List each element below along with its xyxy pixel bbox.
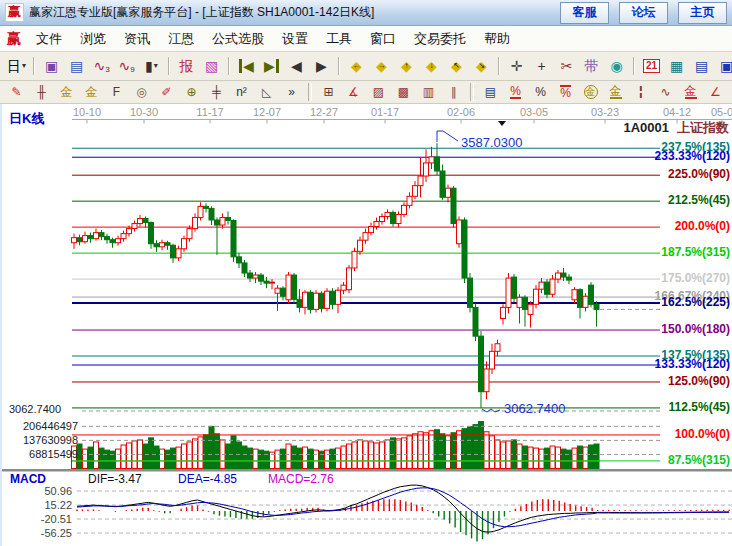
- gann-wheel-icon[interactable]: ◉: [605, 56, 628, 77]
- last-bar-icon[interactable]: ▶: [260, 56, 283, 77]
- golden-box-icon[interactable]: 金: [80, 83, 103, 101]
- low-price-scale-label: 3062.7400: [9, 403, 61, 415]
- gann-level-label-233.33%(120): 233.33%(120): [655, 149, 730, 163]
- chart-region[interactable]: 日K线 1A0001上证指数 3587.0300 3062.7400 3062.…: [0, 104, 732, 546]
- band-tool-icon[interactable]: 带: [580, 56, 603, 77]
- customer-service-button[interactable]: 客服: [560, 2, 609, 24]
- gann-level-label-100.0%(0): 100.0%(0): [675, 427, 730, 441]
- column-grid-icon[interactable]: ▥: [417, 83, 440, 101]
- index-name: 上证指数: [677, 120, 729, 135]
- angle-tool-icon[interactable]: ◺: [255, 83, 278, 101]
- gann-level-label-112.5%(45): 112.5%(45): [669, 400, 730, 414]
- time-cycle-icon[interactable]: ⊕: [180, 83, 203, 101]
- draw-pencil-icon[interactable]: ✎: [5, 83, 28, 101]
- gann-angle-left-icon[interactable]: ◆←: [345, 56, 368, 77]
- crosshair-icon[interactable]: +: [530, 56, 553, 77]
- menu-item-5[interactable]: 公式选股: [203, 28, 273, 50]
- hand-tool-icon[interactable]: ✛: [505, 56, 528, 77]
- spiral-icon[interactable]: ◎: [130, 83, 153, 101]
- toolbar-separator: [498, 57, 500, 75]
- menu-item-8[interactable]: 窗口: [361, 28, 405, 50]
- info-panel-icon[interactable]: ▤: [65, 56, 88, 77]
- toolbar-separator: [168, 57, 170, 75]
- annotate-icon[interactable]: ✐: [155, 83, 178, 101]
- candle-style-icon[interactable]: ▮▾: [140, 56, 163, 77]
- parallel-lines-icon[interactable]: ∥: [442, 83, 465, 101]
- menu-item-3[interactable]: 资讯: [115, 28, 159, 50]
- date-tick-10-10: 10-10: [65, 106, 109, 118]
- calculator-icon[interactable]: ▦: [665, 56, 688, 77]
- measure-icon[interactable]: ╏: [629, 83, 652, 101]
- gann-angle-se-icon[interactable]: ◆↘: [470, 56, 493, 77]
- gann-line-icon[interactable]: ╫: [30, 83, 53, 101]
- golden-section-icon[interactable]: 金: [55, 83, 78, 101]
- more-tools-icon[interactable]: »: [280, 83, 303, 101]
- volume-scale-137630998: 137630998: [2, 434, 78, 446]
- app-logo-icon: 赢: [5, 3, 24, 22]
- percent-line-icon[interactable]: %: [504, 83, 527, 101]
- date-tick-04-12: 04-12: [655, 106, 699, 118]
- menu-item-7[interactable]: 工具: [317, 28, 361, 50]
- app-window: { "window": { "logo": "赢", "title": "赢家江…: [0, 0, 732, 546]
- titlebar-buttons: 客服论坛主页: [550, 2, 727, 24]
- gann-level-label-162.5%(225): 162.5%(225): [661, 295, 730, 309]
- menu-item-9[interactable]: 交易委托: [405, 28, 475, 50]
- period-daily-selector[interactable]: 日▾: [5, 56, 28, 77]
- gann-square-icon[interactable]: ⊞: [317, 83, 340, 101]
- volume-scale-206446497: 206446497: [2, 420, 78, 432]
- peak-price-annotation: 3587.0300: [461, 135, 522, 150]
- window-layout-icon[interactable]: ▣: [40, 56, 63, 77]
- home-button[interactable]: 主页: [678, 2, 727, 24]
- calendar-icon[interactable]: 21: [640, 56, 663, 77]
- angle-line-icon[interactable]: ∠: [704, 83, 727, 101]
- gold-lines-icon[interactable]: 金: [604, 83, 627, 101]
- window-title: 赢家江恩专业版[赢家服务平台] - [上证指数 SH1A0001-142日K线]: [29, 4, 550, 21]
- grid-tool-icon[interactable]: ╪: [205, 83, 228, 101]
- macd-scale--20.51: -20.51: [2, 513, 72, 525]
- toolbar-separator: [33, 57, 35, 75]
- menu-item-1[interactable]: 文件: [27, 28, 71, 50]
- gann-angle-nw-icon[interactable]: ◆↖: [445, 56, 468, 77]
- forum-button[interactable]: 论坛: [619, 2, 668, 24]
- wave-tool-icon[interactable]: ∿: [654, 83, 677, 101]
- scissors-icon[interactable]: ✂: [555, 56, 578, 77]
- ma-short-icon[interactable]: ∿3: [90, 56, 113, 77]
- title-bar: 赢 赢家江恩专业版[赢家服务平台] - [上证指数 SH1A0001-142日K…: [0, 0, 732, 26]
- date-tick-12-07: 12-07: [245, 106, 289, 118]
- percent-levels-icon[interactable]: %: [554, 83, 577, 101]
- ma-long-icon[interactable]: ∿9: [115, 56, 138, 77]
- menu-item-4[interactable]: 江恩: [159, 28, 203, 50]
- gold-level-icon[interactable]: 金: [679, 83, 702, 101]
- menu-item-6[interactable]: 设置: [273, 28, 317, 50]
- date-tick-02-06: 02-06: [439, 106, 483, 118]
- stats-panel-icon[interactable]: ▤: [479, 83, 502, 101]
- low-price-annotation: 3062.7400: [504, 401, 565, 416]
- macd-dif-value: DIF=-3.47: [88, 472, 142, 486]
- kline-type-label: 日K线: [9, 110, 44, 128]
- next-bar-icon[interactable]: ▶: [310, 56, 333, 77]
- square-of-nine-icon[interactable]: n²: [230, 83, 253, 101]
- gann-angle-up-icon[interactable]: ◆↑: [395, 56, 418, 77]
- fan-lines-icon[interactable]: ∡: [342, 83, 365, 101]
- percent-icon[interactable]: %: [529, 83, 552, 101]
- shaded-box-icon[interactable]: ▨: [367, 83, 390, 101]
- toolbar-main: 日▾▣▤∿3∿9▮▾报▧◀▶◀▶◆←◆→◆↑◆↓◆↖◆↘✛+✂带◉21▦▤▣◍◨: [0, 52, 732, 81]
- prev-bar-icon[interactable]: ◀: [285, 56, 308, 77]
- first-bar-icon[interactable]: ◀: [235, 56, 258, 77]
- dense-grid-icon[interactable]: ▩: [392, 83, 415, 101]
- gann-angle-down-icon[interactable]: ◆↓: [420, 56, 443, 77]
- menu-item-10[interactable]: 帮助: [475, 28, 519, 50]
- chart-type-icon[interactable]: ▧: [200, 56, 223, 77]
- notepad-icon[interactable]: ▤: [690, 56, 713, 77]
- save-icon[interactable]: ▣: [715, 56, 732, 77]
- gold-circle-icon[interactable]: 金: [579, 83, 602, 101]
- menu-item-2[interactable]: 浏览: [71, 28, 115, 50]
- macd-hist-value: MACD=2.76: [268, 472, 334, 486]
- toolbar-separator: [633, 57, 635, 75]
- index-code: 1A0001: [623, 120, 669, 135]
- gann-level-label-150.0%(180): 150.0%(180): [661, 322, 730, 336]
- fibonacci-icon[interactable]: F: [105, 83, 128, 101]
- gann-angle-right-icon[interactable]: ◆→: [370, 56, 393, 77]
- report-icon[interactable]: 报: [175, 56, 198, 77]
- gann-level-label-175.0%(270): 175.0%(270): [661, 271, 730, 285]
